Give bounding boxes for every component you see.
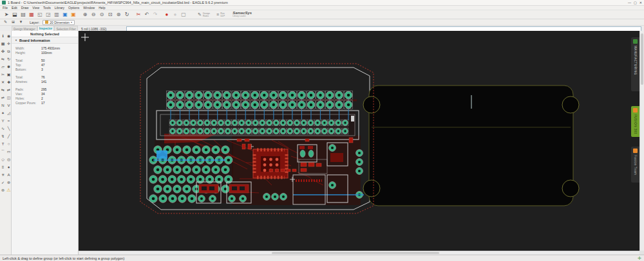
fusion-team-tab-icon <box>633 148 638 153</box>
layer-swatch <box>45 21 48 24</box>
tool-circle-icon[interactable]: ○ <box>6 140 12 148</box>
tool-gateswap-icon[interactable]: ⇌ <box>0 94 6 102</box>
tool-via-icon[interactable]: ◎ <box>6 156 12 163</box>
tool-autorouter-icon[interactable]: A <box>6 171 12 179</box>
board-information-section[interactable]: ▼ Board Information <box>12 37 78 44</box>
menu-tools[interactable]: Tools <box>43 6 51 10</box>
tool-paste-icon[interactable]: ▣ <box>6 71 12 78</box>
tool-pinswap-icon[interactable]: ⇆ <box>0 86 6 94</box>
tool-lock-icon[interactable]: ◫ <box>6 94 12 102</box>
manufacturing-tab[interactable]: MANUFACTURING <box>631 37 639 91</box>
layer-orange-icon[interactable]: ▣ <box>70 11 77 19</box>
main-area: ℹ◉▦✛✜⧉⇋↻▱✱✂▣✕✚⇆⇄⇌◫NV✶◿Y≈∿╲↯╱T○⌒▭◇◎≡●✳A✓⊛… <box>0 31 644 255</box>
tool-copy-icon[interactable]: ⧉ <box>6 48 12 55</box>
menu-file[interactable]: File <box>3 6 8 10</box>
tool-drc-icon[interactable]: ⊛ <box>6 179 12 186</box>
fusion-360-tab-icon <box>633 108 638 113</box>
layer-blue-icon[interactable]: ▣ <box>61 11 69 19</box>
tool-wire-icon[interactable]: ╱ <box>6 132 12 140</box>
grid-icon[interactable]: ⊞ <box>10 19 16 25</box>
close-button[interactable]: ✕ <box>639 0 642 5</box>
layer-dropdown[interactable]: 20 Dimension ▾ <box>43 20 75 25</box>
tool-arc-icon[interactable]: ⌒ <box>0 148 6 156</box>
tool-meander-icon[interactable]: ∿ <box>0 125 6 132</box>
tool-replace-icon[interactable]: ⇄ <box>6 86 12 94</box>
sheet-icon[interactable]: ▥ <box>53 11 61 19</box>
menu-window[interactable]: Window <box>83 6 95 10</box>
tool-show-icon[interactable]: ◉ <box>6 32 12 40</box>
info-row: Height:100mm <box>12 50 78 55</box>
status-bar: Left-click & drag to define group (or le… <box>0 255 644 261</box>
tool-miter-icon[interactable]: ◿ <box>6 109 12 117</box>
tool-split-icon[interactable]: Y <box>0 117 6 125</box>
tool-optimize-icon[interactable]: ≈ <box>6 117 12 125</box>
go-icon[interactable]: ● <box>171 11 179 19</box>
tool-rectangle-icon[interactable]: ▭ <box>6 148 12 156</box>
zoom-redraw-icon[interactable]: ⊛ <box>115 11 122 19</box>
filter-icon[interactable]: ▼ <box>18 19 24 25</box>
grid-settings-icon[interactable]: ✎ <box>3 19 8 25</box>
fusion-360-tab-label: FUSION 360 <box>634 114 637 134</box>
vertical-scrollbar[interactable] <box>639 31 644 251</box>
open-icon[interactable]: ➤ <box>3 11 10 19</box>
tool-mirror-icon[interactable]: ⇋ <box>0 55 6 63</box>
tool-group-icon[interactable]: ▱ <box>0 63 6 71</box>
menu-view[interactable]: View <box>32 6 39 10</box>
tool-ripup-icon[interactable]: ↯ <box>0 132 6 140</box>
tool-change-icon[interactable]: ✱ <box>6 63 12 71</box>
tool-cut-icon[interactable]: ✂ <box>0 71 6 78</box>
redo-icon[interactable]: ↷ <box>151 11 159 19</box>
tool-smash-icon[interactable]: ✶ <box>0 109 6 117</box>
switch-board-icon[interactable]: ◲ <box>44 11 52 19</box>
info-row: Total:50 <box>12 58 78 62</box>
tool-move-icon[interactable]: ✜ <box>0 48 6 55</box>
run-ulp-button[interactable]: ≡RunULP <box>216 12 225 17</box>
tool-add-icon[interactable]: ✚ <box>6 78 12 86</box>
design-rules-button[interactable]: ✎DesignRules <box>198 12 210 17</box>
minimize-button[interactable]: — <box>628 0 631 5</box>
board-canvas[interactable]: MANUFACTURINGFUSION 360Fusion Team <box>79 31 644 255</box>
zoom-out-icon[interactable]: ⊖ <box>90 11 97 19</box>
tool-info-icon[interactable]: ℹ <box>0 32 6 40</box>
cam-processor-icon[interactable]: ◱ <box>36 11 44 19</box>
tool-palette: ℹ◉▦✛✜⧉⇋↻▱✱✂▣✕✚⇆⇄⇌◫NV✶◿Y≈∿╲↯╱T○⌒▭◇◎≡●✳A✓⊛… <box>0 31 12 255</box>
info-row: Width:175.4931mm <box>12 46 78 50</box>
right-tab-strip: MANUFACTURINGFUSION 360Fusion Team <box>631 37 639 183</box>
scissors-icon[interactable]: ✂ <box>135 11 142 19</box>
tool-mark-icon[interactable]: ✛ <box>6 40 12 48</box>
tool-delete-icon[interactable]: ✕ <box>0 78 6 86</box>
menu-edit[interactable]: Edit <box>12 6 17 10</box>
undo-icon[interactable]: ↶ <box>143 11 151 19</box>
refresh-icon[interactable]: ↻ <box>123 11 131 19</box>
frame-icon[interactable]: ▢ <box>180 11 187 19</box>
stop-icon[interactable]: ● <box>163 11 171 19</box>
tool-route-icon[interactable]: ╲ <box>6 125 12 132</box>
samacsys-logo[interactable]: SamacSysLibrary Loader <box>232 12 252 18</box>
tool-errors-icon[interactable]: ⚠ <box>6 186 12 194</box>
tool-ratsnest-icon[interactable]: ✳ <box>0 171 6 179</box>
inspector-panel: Nothing Selected ▼ Board Information Wid… <box>12 31 79 255</box>
tool-hole-icon[interactable]: ● <box>6 163 12 171</box>
zoom-select-icon[interactable]: ⊡ <box>106 11 114 19</box>
maximize-button[interactable]: ▢ <box>634 0 637 5</box>
menu-help[interactable]: Help <box>99 6 105 10</box>
tool-polygon-icon[interactable]: ◇ <box>0 156 6 163</box>
print-icon[interactable]: ▤ <box>19 11 27 19</box>
menu-draw[interactable]: Draw <box>21 6 29 10</box>
save-icon[interactable]: ⬓ <box>11 11 19 19</box>
menu-library[interactable]: Library <box>55 6 64 10</box>
tool-text-icon[interactable]: T <box>0 140 6 148</box>
menu-options[interactable]: Options <box>68 6 79 10</box>
export-image-icon[interactable]: ▦ <box>28 11 35 19</box>
tool-display-icon[interactable]: ▦ <box>0 40 6 48</box>
fusion-360-tab[interactable]: FUSION 360 <box>631 106 639 137</box>
zoom-fit-icon[interactable]: ⊙ <box>98 11 106 19</box>
tool-value-icon[interactable]: V <box>6 102 12 109</box>
tool-rotate-icon[interactable]: ↻ <box>6 55 12 63</box>
fusion-team-tab[interactable]: Fusion Team <box>631 147 639 183</box>
tool-name-icon[interactable]: N <box>0 102 6 109</box>
tool-erc-icon[interactable]: ✓ <box>0 179 6 186</box>
tool-drill-legend-icon[interactable]: ⊚ <box>0 186 6 194</box>
tool-signal-icon[interactable]: ≡ <box>0 163 6 171</box>
zoom-in-icon[interactable]: ⊕ <box>81 11 89 19</box>
